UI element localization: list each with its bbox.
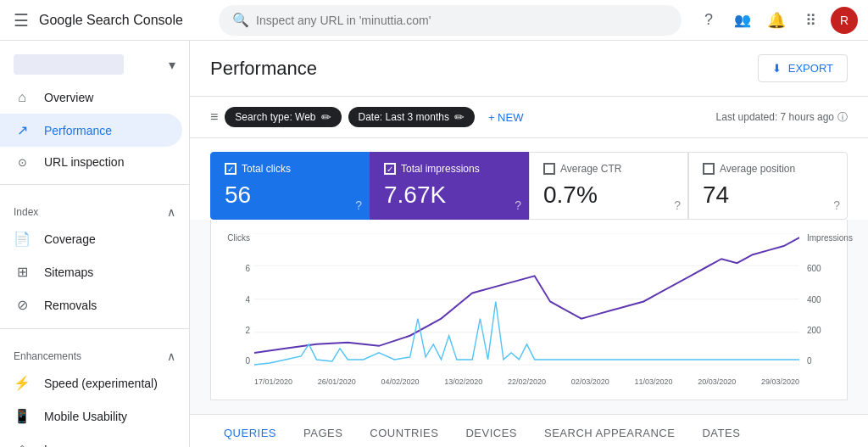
edit-icon: ✏ bbox=[321, 110, 331, 124]
logo: Google Search Console bbox=[39, 13, 183, 28]
metric-card-ctr[interactable]: Average CTR 0.7% ? bbox=[529, 152, 688, 220]
position-value: 74 bbox=[703, 182, 833, 209]
page-title: Performance bbox=[210, 58, 317, 80]
y-right-400: 400 bbox=[807, 295, 821, 305]
clicks-checkbox[interactable]: ✓ bbox=[225, 163, 236, 175]
position-checkbox[interactable] bbox=[703, 163, 715, 175]
help-icon[interactable]: ? bbox=[695, 7, 722, 34]
search-input[interactable] bbox=[256, 14, 668, 27]
sidebar: ▾ ⌂ Overview ↗ Performance ⊙ URL inspect… bbox=[0, 41, 190, 447]
sidebar-item-coverage[interactable]: 📄 Coverage bbox=[0, 222, 182, 255]
manage-users-icon[interactable]: 👥 bbox=[729, 7, 756, 34]
search-bar[interactable]: 🔍 bbox=[219, 5, 682, 36]
y-right-600: 600 bbox=[807, 264, 821, 273]
chevron-down-icon: ▾ bbox=[169, 57, 175, 73]
apps-icon[interactable]: ⠿ bbox=[797, 7, 824, 34]
sitemaps-icon: ⊞ bbox=[14, 264, 31, 280]
enhancements-section: Enhancements ∧ bbox=[0, 336, 189, 366]
notifications-icon[interactable]: 🔔 bbox=[763, 7, 790, 34]
coverage-icon: 📄 bbox=[14, 231, 31, 247]
metric-card-clicks[interactable]: ✓ Total clicks 56 ? bbox=[210, 152, 370, 220]
x-label-2: 26/01/2020 bbox=[318, 377, 356, 386]
layout: ▾ ⌂ Overview ↗ Performance ⊙ URL inspect… bbox=[0, 41, 868, 447]
search-icon: 🔍 bbox=[232, 12, 249, 28]
help-icon-impressions[interactable]: ? bbox=[515, 198, 521, 212]
new-filter-button[interactable]: + NEW bbox=[481, 108, 531, 127]
tab-queries[interactable]: QUERIES bbox=[210, 415, 290, 447]
y-right-200: 200 bbox=[807, 326, 821, 335]
tab-devices[interactable]: DEVICES bbox=[452, 415, 531, 447]
y-left-0: 0 bbox=[245, 356, 250, 366]
speed-icon: ⚡ bbox=[14, 375, 31, 391]
avatar[interactable]: R bbox=[831, 7, 858, 34]
performance-icon: ↗ bbox=[14, 122, 31, 138]
date-chip[interactable]: Date: Last 3 months ✏ bbox=[348, 107, 475, 127]
clicks-line bbox=[254, 302, 799, 365]
filter-icon[interactable]: ≡ bbox=[210, 109, 218, 125]
index-chevron-icon[interactable]: ∧ bbox=[167, 205, 175, 219]
help-icon-position[interactable]: ? bbox=[833, 198, 840, 212]
logos-icon: ◇ bbox=[14, 441, 31, 447]
x-label-7: 11/03/2020 bbox=[634, 377, 672, 386]
x-label-4: 13/02/2020 bbox=[444, 377, 482, 386]
x-label-3: 04/02/2020 bbox=[381, 377, 419, 386]
sidebar-item-speed[interactable]: ⚡ Speed (experimental) bbox=[0, 366, 182, 400]
y-left-label: Clicks bbox=[227, 233, 250, 243]
y-axis-left: Clicks 6 4 2 0 bbox=[225, 233, 250, 366]
enhancements-chevron-icon[interactable]: ∧ bbox=[167, 349, 175, 363]
y-left-6: 6 bbox=[245, 264, 250, 273]
ctr-checkbox[interactable] bbox=[543, 163, 555, 175]
main-content: Performance ⬇ EXPORT ≡ Search type: Web … bbox=[190, 41, 868, 447]
sidebar-item-removals[interactable]: ⊘ Removals bbox=[0, 288, 182, 321]
menu-icon[interactable]: ☰ bbox=[10, 7, 32, 34]
metric-card-impressions[interactable]: ✓ Total impressions 7.67K ? bbox=[370, 152, 529, 220]
sidebar-item-overview[interactable]: ⌂ Overview bbox=[0, 81, 182, 114]
metric-cards: ✓ Total clicks 56 ? ✓ Total impressions … bbox=[190, 138, 868, 220]
tab-dates[interactable]: DATES bbox=[688, 415, 754, 447]
metric-card-position[interactable]: Average position 74 ? bbox=[688, 152, 848, 220]
x-label-6: 02/03/2020 bbox=[571, 377, 609, 386]
x-label-9: 29/03/2020 bbox=[761, 377, 799, 386]
download-icon: ⬇ bbox=[772, 62, 782, 75]
y-right-label: Impressions bbox=[807, 233, 853, 243]
help-icon-ctr[interactable]: ? bbox=[674, 198, 681, 212]
sidebar-item-performance[interactable]: ↗ Performance bbox=[0, 114, 182, 147]
chart-area: Clicks 6 4 2 0 Impressions 600 400 200 0 bbox=[210, 220, 848, 400]
tab-search-appearance[interactable]: SEARCH APPEARANCE bbox=[531, 415, 688, 447]
clicks-value: 56 bbox=[225, 182, 355, 209]
help-icon-clicks[interactable]: ? bbox=[355, 198, 362, 212]
sidebar-item-url-inspection[interactable]: ⊙ URL inspection bbox=[0, 147, 182, 177]
sidebar-item-logos[interactable]: ◇ Logos bbox=[0, 433, 182, 447]
y-axis-right: Impressions 600 400 200 0 bbox=[804, 233, 833, 366]
chart-svg bbox=[254, 233, 799, 366]
url-inspect-icon: ⊙ bbox=[14, 156, 31, 169]
info-icon[interactable]: ⓘ bbox=[837, 110, 848, 125]
topbar-left: ☰ Google Search Console bbox=[10, 7, 205, 34]
impressions-line bbox=[254, 237, 799, 353]
filter-bar: ≡ Search type: Web ✏ Date: Last 3 months… bbox=[190, 97, 868, 138]
y-right-0: 0 bbox=[807, 356, 812, 366]
x-label-1: 17/01/2020 bbox=[254, 377, 292, 386]
ctr-value: 0.7% bbox=[543, 182, 674, 209]
page-header: Performance ⬇ EXPORT bbox=[190, 41, 868, 97]
last-updated: Last updated: 7 hours ago ⓘ bbox=[716, 110, 848, 125]
y-left-4: 4 bbox=[245, 295, 250, 305]
mobile-icon: 📱 bbox=[14, 408, 31, 424]
x-label-8: 20/03/2020 bbox=[698, 377, 736, 386]
export-button[interactable]: ⬇ EXPORT bbox=[758, 54, 848, 82]
topbar-right: ? 👥 🔔 ⠿ R bbox=[695, 7, 858, 34]
impressions-value: 7.67K bbox=[384, 182, 515, 209]
home-icon: ⌂ bbox=[14, 90, 31, 105]
index-section: Index ∧ bbox=[0, 192, 189, 222]
tab-countries[interactable]: COUNTRIES bbox=[356, 415, 452, 447]
search-type-chip[interactable]: Search type: Web ✏ bbox=[225, 107, 341, 127]
edit-icon-2: ✏ bbox=[454, 110, 465, 124]
sidebar-item-mobile[interactable]: 📱 Mobile Usability bbox=[0, 400, 182, 433]
tab-pages[interactable]: PAGES bbox=[290, 415, 356, 447]
chart-svg-wrapper bbox=[254, 233, 799, 366]
tabs-bar: QUERIES PAGES COUNTRIES DEVICES SEARCH A… bbox=[190, 414, 868, 447]
impressions-checkbox[interactable]: ✓ bbox=[384, 163, 396, 175]
sidebar-item-sitemaps[interactable]: ⊞ Sitemaps bbox=[0, 255, 182, 288]
property-selector[interactable]: ▾ bbox=[0, 47, 189, 81]
chart-container: Clicks 6 4 2 0 Impressions 600 400 200 0 bbox=[225, 233, 833, 386]
